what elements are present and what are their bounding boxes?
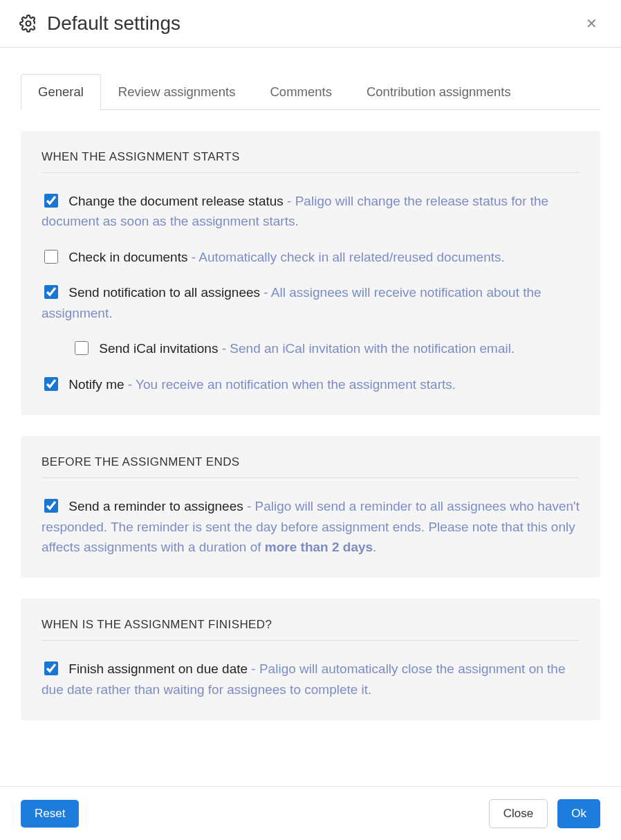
tab-comments[interactable]: Comments <box>252 74 349 110</box>
option-finish-on-due-date: Finish assignment on due date - Paligo w… <box>41 659 580 700</box>
tab-general[interactable]: General <box>21 74 101 110</box>
checkbox-finish-on-due-date[interactable] <box>44 661 58 675</box>
option-label: Send a reminder to assignees <box>68 499 243 513</box>
tab-contribution-assignments[interactable]: Contribution assignments <box>349 74 528 110</box>
panel-title: WHEN IS THE ASSIGNMENT FINISHED? <box>41 618 580 641</box>
option-send-ical: Send iCal invitations - Send an iCal inv… <box>72 338 580 358</box>
checkbox-send-notification[interactable] <box>44 285 58 299</box>
option-label: Check in documents <box>68 250 187 264</box>
svg-point-0 <box>26 21 31 26</box>
option-send-reminder: Send a reminder to assignees - Paligo wi… <box>41 496 580 557</box>
tab-bar: General Review assignments Comments Cont… <box>21 73 600 110</box>
panel-before-ends: BEFORE THE ASSIGNMENT ENDS Send a remind… <box>21 436 600 578</box>
option-change-release-status: Change the document release status - Pal… <box>41 191 580 232</box>
checkbox-change-release-status[interactable] <box>44 194 58 208</box>
option-label: Notify me <box>68 377 124 392</box>
reset-button[interactable]: Reset <box>21 800 79 828</box>
header-left: Default settings <box>19 12 180 35</box>
option-desc-post: . <box>373 540 376 554</box>
dialog-footer: Reset Close Ok <box>0 786 621 840</box>
option-send-notification: Send notification to all assignees - All… <box>41 282 580 323</box>
option-label: Finish assignment on due date <box>68 661 248 676</box>
panel-finished: WHEN IS THE ASSIGNMENT FINISHED? Finish … <box>21 599 600 720</box>
gear-icon <box>19 15 37 33</box>
option-desc: - Automatically check in all related/reu… <box>187 250 504 264</box>
tab-review-assignments[interactable]: Review assignments <box>101 74 253 110</box>
option-notify-me: Notify me - You receive an notification … <box>41 374 580 394</box>
ok-button[interactable]: Ok <box>557 799 600 828</box>
checkbox-send-ical[interactable] <box>75 341 89 355</box>
option-desc: - Send an iCal invitation with the notif… <box>218 341 515 356</box>
dialog-title: Default settings <box>47 12 180 35</box>
panel-title: BEFORE THE ASSIGNMENT ENDS <box>41 455 580 478</box>
option-label: Change the document release status <box>68 194 284 208</box>
footer-right: Close Ok <box>489 799 600 828</box>
close-button[interactable]: Close <box>489 799 548 828</box>
dialog-body: General Review assignments Comments Cont… <box>0 53 621 786</box>
option-label: Send notification to all assignees <box>68 285 260 300</box>
option-desc: - You receive an notification when the a… <box>124 377 456 392</box>
panel-title: WHEN THE ASSIGNMENT STARTS <box>41 150 580 173</box>
checkbox-notify-me[interactable] <box>44 377 58 391</box>
option-label: Send iCal invitations <box>99 341 218 356</box>
panel-assignment-starts: WHEN THE ASSIGNMENT STARTS Change the do… <box>21 131 600 415</box>
option-desc-bold: more than 2 days <box>265 540 373 554</box>
dialog-header: Default settings ✕ <box>0 0 621 48</box>
close-icon[interactable]: ✕ <box>582 12 602 35</box>
checkbox-send-reminder[interactable] <box>44 499 58 513</box>
checkbox-check-in-documents[interactable] <box>44 250 58 264</box>
option-check-in-documents: Check in documents - Automatically check… <box>41 247 580 267</box>
